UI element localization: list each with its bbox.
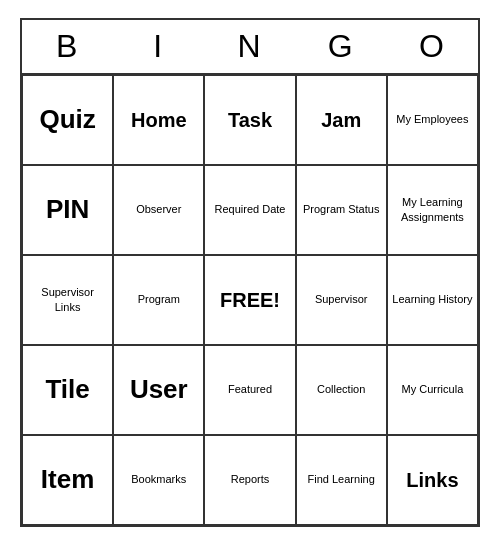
bingo-cell: Item [22, 435, 113, 525]
bingo-cell: Featured [204, 345, 295, 435]
header-letter: I [113, 20, 204, 73]
cell-text: User [130, 373, 188, 407]
cell-text: Task [228, 107, 272, 133]
bingo-cell: Reports [204, 435, 295, 525]
bingo-grid: QuizHomeTaskJamMy EmployeesPINObserverRe… [22, 75, 478, 525]
header-letter: B [22, 20, 113, 73]
cell-text: Observer [136, 202, 181, 216]
cell-text: Learning History [392, 292, 472, 306]
cell-text: Find Learning [308, 472, 375, 486]
cell-text: Featured [228, 382, 272, 396]
bingo-cell: Quiz [22, 75, 113, 165]
cell-text: My Employees [396, 112, 468, 126]
cell-text: FREE! [220, 287, 280, 313]
cell-text: PIN [46, 193, 89, 227]
header-letter: G [296, 20, 387, 73]
bingo-cell: Jam [296, 75, 387, 165]
bingo-cell: My Employees [387, 75, 478, 165]
bingo-cell: Tile [22, 345, 113, 435]
cell-text: My Curricula [402, 382, 464, 396]
cell-text: Links [406, 467, 458, 493]
cell-text: Tile [45, 373, 89, 407]
bingo-cell: Learning History [387, 255, 478, 345]
bingo-cell: User [113, 345, 204, 435]
cell-text: Supervisor [315, 292, 368, 306]
bingo-cell: Supervisor [296, 255, 387, 345]
cell-text: My Learning Assignments [392, 195, 473, 224]
bingo-cell: Task [204, 75, 295, 165]
bingo-cell: My Curricula [387, 345, 478, 435]
cell-text: Home [131, 107, 187, 133]
bingo-cell: Observer [113, 165, 204, 255]
bingo-cell: Bookmarks [113, 435, 204, 525]
header-letter: O [387, 20, 478, 73]
cell-text: Bookmarks [131, 472, 186, 486]
bingo-cell: Collection [296, 345, 387, 435]
bingo-cell: FREE! [204, 255, 295, 345]
cell-text: Program [138, 292, 180, 306]
cell-text: Program Status [303, 202, 379, 216]
cell-text: Supervisor Links [27, 285, 108, 314]
bingo-cell: Program Status [296, 165, 387, 255]
bingo-cell: Program [113, 255, 204, 345]
cell-text: Jam [321, 107, 361, 133]
bingo-cell: Links [387, 435, 478, 525]
cell-text: Collection [317, 382, 365, 396]
cell-text: Required Date [215, 202, 286, 216]
bingo-header: BINGO [22, 20, 478, 75]
cell-text: Item [41, 463, 94, 497]
cell-text: Quiz [39, 103, 95, 137]
bingo-cell: My Learning Assignments [387, 165, 478, 255]
bingo-cell: PIN [22, 165, 113, 255]
bingo-card: BINGO QuizHomeTaskJamMy EmployeesPINObse… [20, 18, 480, 527]
cell-text: Reports [231, 472, 270, 486]
bingo-cell: Required Date [204, 165, 295, 255]
header-letter: N [204, 20, 295, 73]
bingo-cell: Find Learning [296, 435, 387, 525]
bingo-cell: Home [113, 75, 204, 165]
bingo-cell: Supervisor Links [22, 255, 113, 345]
